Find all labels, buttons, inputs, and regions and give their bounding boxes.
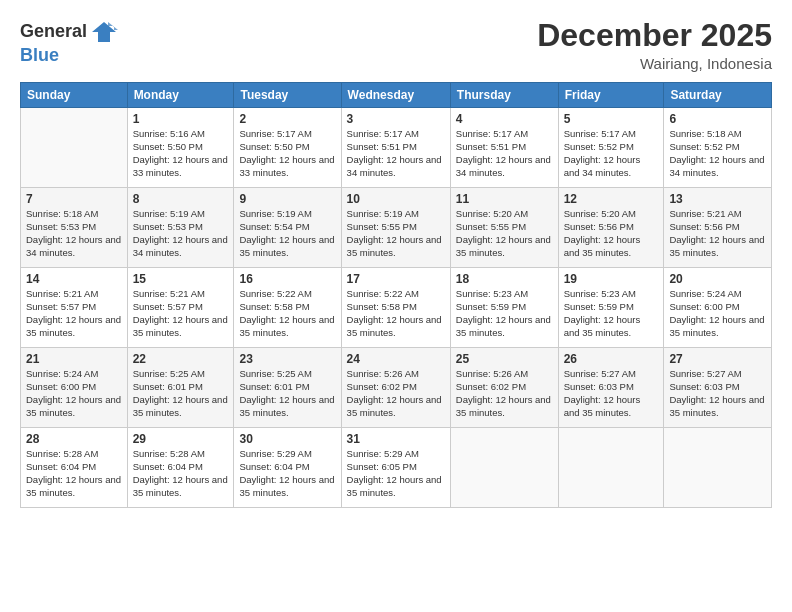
- day-info: Sunrise: 5:29 AMSunset: 6:05 PMDaylight:…: [347, 448, 442, 497]
- day-info: Sunrise: 5:25 AMSunset: 6:01 PMDaylight:…: [239, 368, 334, 417]
- calendar-cell: 15 Sunrise: 5:21 AMSunset: 5:57 PMDaylig…: [127, 268, 234, 348]
- calendar-cell: 13 Sunrise: 5:21 AMSunset: 5:56 PMDaylig…: [664, 188, 772, 268]
- week-row-3: 14 Sunrise: 5:21 AMSunset: 5:57 PMDaylig…: [21, 268, 772, 348]
- day-info: Sunrise: 5:27 AMSunset: 6:03 PMDaylight:…: [669, 368, 764, 417]
- day-info: Sunrise: 5:25 AMSunset: 6:01 PMDaylight:…: [133, 368, 228, 417]
- day-info: Sunrise: 5:17 AMSunset: 5:51 PMDaylight:…: [347, 128, 442, 177]
- day-info: Sunrise: 5:22 AMSunset: 5:58 PMDaylight:…: [347, 288, 442, 337]
- calendar-cell: 21 Sunrise: 5:24 AMSunset: 6:00 PMDaylig…: [21, 348, 128, 428]
- day-number: 3: [347, 112, 445, 126]
- logo: General Blue: [20, 18, 118, 66]
- calendar-cell: 2 Sunrise: 5:17 AMSunset: 5:50 PMDayligh…: [234, 108, 341, 188]
- day-info: Sunrise: 5:16 AMSunset: 5:50 PMDaylight:…: [133, 128, 228, 177]
- calendar-cell: 9 Sunrise: 5:19 AMSunset: 5:54 PMDayligh…: [234, 188, 341, 268]
- day-number: 15: [133, 272, 229, 286]
- day-info: Sunrise: 5:17 AMSunset: 5:50 PMDaylight:…: [239, 128, 334, 177]
- day-number: 4: [456, 112, 553, 126]
- week-row-5: 28 Sunrise: 5:28 AMSunset: 6:04 PMDaylig…: [21, 428, 772, 508]
- day-info: Sunrise: 5:21 AMSunset: 5:57 PMDaylight:…: [133, 288, 228, 337]
- day-number: 22: [133, 352, 229, 366]
- calendar-cell: 22 Sunrise: 5:25 AMSunset: 6:01 PMDaylig…: [127, 348, 234, 428]
- day-number: 19: [564, 272, 659, 286]
- calendar-cell: 31 Sunrise: 5:29 AMSunset: 6:05 PMDaylig…: [341, 428, 450, 508]
- calendar-cell: 10 Sunrise: 5:19 AMSunset: 5:55 PMDaylig…: [341, 188, 450, 268]
- calendar-cell: 19 Sunrise: 5:23 AMSunset: 5:59 PMDaylig…: [558, 268, 664, 348]
- col-sunday: Sunday: [21, 83, 128, 108]
- day-info: Sunrise: 5:18 AMSunset: 5:52 PMDaylight:…: [669, 128, 764, 177]
- calendar-cell: 4 Sunrise: 5:17 AMSunset: 5:51 PMDayligh…: [450, 108, 558, 188]
- day-info: Sunrise: 5:17 AMSunset: 5:52 PMDaylight:…: [564, 128, 641, 177]
- calendar-cell: [558, 428, 664, 508]
- day-info: Sunrise: 5:24 AMSunset: 6:00 PMDaylight:…: [26, 368, 121, 417]
- day-number: 5: [564, 112, 659, 126]
- day-number: 20: [669, 272, 766, 286]
- col-saturday: Saturday: [664, 83, 772, 108]
- calendar-cell: 11 Sunrise: 5:20 AMSunset: 5:55 PMDaylig…: [450, 188, 558, 268]
- calendar-cell: 1 Sunrise: 5:16 AMSunset: 5:50 PMDayligh…: [127, 108, 234, 188]
- day-number: 29: [133, 432, 229, 446]
- col-tuesday: Tuesday: [234, 83, 341, 108]
- day-number: 17: [347, 272, 445, 286]
- page: General Blue December 2025 Wairiang, Ind…: [0, 0, 792, 612]
- day-number: 28: [26, 432, 122, 446]
- calendar-cell: 30 Sunrise: 5:29 AMSunset: 6:04 PMDaylig…: [234, 428, 341, 508]
- calendar-cell: [21, 108, 128, 188]
- day-number: 25: [456, 352, 553, 366]
- col-thursday: Thursday: [450, 83, 558, 108]
- day-info: Sunrise: 5:27 AMSunset: 6:03 PMDaylight:…: [564, 368, 641, 417]
- col-monday: Monday: [127, 83, 234, 108]
- header-row: Sunday Monday Tuesday Wednesday Thursday…: [21, 83, 772, 108]
- day-info: Sunrise: 5:22 AMSunset: 5:58 PMDaylight:…: [239, 288, 334, 337]
- location-subtitle: Wairiang, Indonesia: [537, 55, 772, 72]
- day-info: Sunrise: 5:20 AMSunset: 5:55 PMDaylight:…: [456, 208, 551, 257]
- calendar-cell: 27 Sunrise: 5:27 AMSunset: 6:03 PMDaylig…: [664, 348, 772, 428]
- day-number: 21: [26, 352, 122, 366]
- day-number: 6: [669, 112, 766, 126]
- title-block: December 2025 Wairiang, Indonesia: [537, 18, 772, 72]
- day-number: 2: [239, 112, 335, 126]
- day-info: Sunrise: 5:28 AMSunset: 6:04 PMDaylight:…: [26, 448, 121, 497]
- calendar-cell: 28 Sunrise: 5:28 AMSunset: 6:04 PMDaylig…: [21, 428, 128, 508]
- day-number: 10: [347, 192, 445, 206]
- calendar-cell: 29 Sunrise: 5:28 AMSunset: 6:04 PMDaylig…: [127, 428, 234, 508]
- day-number: 23: [239, 352, 335, 366]
- day-number: 16: [239, 272, 335, 286]
- day-number: 27: [669, 352, 766, 366]
- calendar-cell: 25 Sunrise: 5:26 AMSunset: 6:02 PMDaylig…: [450, 348, 558, 428]
- day-info: Sunrise: 5:23 AMSunset: 5:59 PMDaylight:…: [456, 288, 551, 337]
- col-wednesday: Wednesday: [341, 83, 450, 108]
- day-number: 31: [347, 432, 445, 446]
- calendar-cell: [664, 428, 772, 508]
- day-number: 24: [347, 352, 445, 366]
- week-row-2: 7 Sunrise: 5:18 AMSunset: 5:53 PMDayligh…: [21, 188, 772, 268]
- calendar-cell: 20 Sunrise: 5:24 AMSunset: 6:00 PMDaylig…: [664, 268, 772, 348]
- day-info: Sunrise: 5:19 AMSunset: 5:53 PMDaylight:…: [133, 208, 228, 257]
- week-row-1: 1 Sunrise: 5:16 AMSunset: 5:50 PMDayligh…: [21, 108, 772, 188]
- day-number: 13: [669, 192, 766, 206]
- day-info: Sunrise: 5:19 AMSunset: 5:55 PMDaylight:…: [347, 208, 442, 257]
- calendar-cell: 12 Sunrise: 5:20 AMSunset: 5:56 PMDaylig…: [558, 188, 664, 268]
- calendar-cell: 18 Sunrise: 5:23 AMSunset: 5:59 PMDaylig…: [450, 268, 558, 348]
- logo-icon: [90, 18, 118, 46]
- calendar-cell: 16 Sunrise: 5:22 AMSunset: 5:58 PMDaylig…: [234, 268, 341, 348]
- calendar-cell: 23 Sunrise: 5:25 AMSunset: 6:01 PMDaylig…: [234, 348, 341, 428]
- calendar-cell: 26 Sunrise: 5:27 AMSunset: 6:03 PMDaylig…: [558, 348, 664, 428]
- day-number: 9: [239, 192, 335, 206]
- day-info: Sunrise: 5:26 AMSunset: 6:02 PMDaylight:…: [347, 368, 442, 417]
- calendar-cell: 24 Sunrise: 5:26 AMSunset: 6:02 PMDaylig…: [341, 348, 450, 428]
- logo-general-text: General: [20, 22, 87, 42]
- day-number: 1: [133, 112, 229, 126]
- day-info: Sunrise: 5:21 AMSunset: 5:57 PMDaylight:…: [26, 288, 121, 337]
- day-info: Sunrise: 5:18 AMSunset: 5:53 PMDaylight:…: [26, 208, 121, 257]
- calendar-cell: 6 Sunrise: 5:18 AMSunset: 5:52 PMDayligh…: [664, 108, 772, 188]
- logo-blue-text: Blue: [20, 45, 59, 65]
- day-number: 30: [239, 432, 335, 446]
- calendar-cell: [450, 428, 558, 508]
- day-info: Sunrise: 5:20 AMSunset: 5:56 PMDaylight:…: [564, 208, 641, 257]
- day-number: 7: [26, 192, 122, 206]
- svg-marker-0: [92, 22, 116, 42]
- calendar-cell: 17 Sunrise: 5:22 AMSunset: 5:58 PMDaylig…: [341, 268, 450, 348]
- day-info: Sunrise: 5:29 AMSunset: 6:04 PMDaylight:…: [239, 448, 334, 497]
- day-info: Sunrise: 5:17 AMSunset: 5:51 PMDaylight:…: [456, 128, 551, 177]
- day-number: 26: [564, 352, 659, 366]
